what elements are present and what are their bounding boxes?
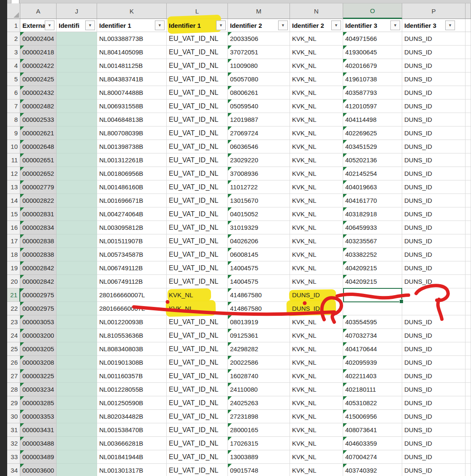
row-header-21[interactable]: 21: [7, 288, 20, 302]
cell-K19[interactable]: NL006749112B: [97, 261, 167, 275]
cell-J1[interactable]: Identifi▼: [57, 19, 97, 32]
cell-N11[interactable]: KVK_NL: [290, 153, 343, 167]
cell-L7[interactable]: EU_VAT_ID_NL: [167, 100, 228, 113]
cell-N28[interactable]: KVK_NL: [290, 383, 343, 396]
row-header-12[interactable]: 12: [7, 167, 20, 180]
cell-A9[interactable]: 000002621: [20, 126, 57, 140]
cell-K28[interactable]: NL001228055B: [97, 383, 167, 396]
cell-N31[interactable]: KVK_NL: [290, 423, 343, 437]
cell-J12[interactable]: [57, 167, 97, 180]
cell-O14[interactable]: 404161770: [343, 194, 402, 207]
cell-K7[interactable]: NL006931558B: [97, 100, 167, 113]
cell-N20[interactable]: KVK_NL: [290, 275, 343, 288]
cell-N33[interactable]: KVK_NL: [290, 450, 343, 464]
cell-J21[interactable]: [57, 288, 97, 302]
cell-M17[interactable]: 04026206: [228, 234, 290, 248]
cell-P6[interactable]: DUNS_ID: [402, 86, 466, 100]
column-header-J[interactable]: J: [57, 3, 97, 19]
column-header-N[interactable]: N: [290, 3, 343, 19]
row-header-20[interactable]: 20: [7, 275, 20, 288]
column-header-O[interactable]: O: [343, 3, 402, 19]
row-header-11[interactable]: 11: [7, 153, 20, 167]
cell-K2[interactable]: NL003388773B: [97, 32, 167, 46]
row-header-27[interactable]: 27: [7, 369, 20, 383]
row-header-29[interactable]: 29: [7, 396, 20, 410]
cell-A21[interactable]: 000002975: [20, 288, 57, 302]
cell-A18[interactable]: 000002838: [20, 248, 57, 261]
cell-P19[interactable]: DUNS_ID: [402, 261, 466, 275]
cell-O28[interactable]: 402180111: [343, 383, 402, 396]
cell-K13[interactable]: NL001486160B: [97, 180, 167, 194]
cell-M23[interactable]: 08013919: [228, 315, 290, 329]
cell-P14[interactable]: DUNS_ID: [402, 194, 466, 207]
cell-P3[interactable]: DUNS_ID: [402, 46, 466, 59]
cell-N1[interactable]: Identifier 2▼: [290, 19, 343, 32]
row-header-25[interactable]: 25: [7, 342, 20, 356]
filter-dropdown-K1[interactable]: ▼: [155, 21, 165, 30]
cell-L19[interactable]: EU_VAT_ID_NL: [167, 261, 228, 275]
cell-A24[interactable]: 000003200: [20, 329, 57, 342]
row-header-18[interactable]: 18: [7, 248, 20, 261]
cell-P31[interactable]: DUNS_ID: [402, 423, 466, 437]
cell-L4[interactable]: EU_VAT_ID_NL: [167, 59, 228, 73]
cell-J23[interactable]: [57, 315, 97, 329]
select-all-corner[interactable]: [7, 3, 20, 19]
cell-A6[interactable]: 000002432: [20, 86, 57, 100]
cell-L23[interactable]: EU_VAT_ID_NL: [167, 315, 228, 329]
row-header-22[interactable]: 22: [7, 302, 20, 315]
row-header-33[interactable]: 33: [7, 450, 20, 464]
column-header-M[interactable]: M: [228, 3, 290, 19]
cell-J24[interactable]: [57, 329, 97, 342]
cell-A14[interactable]: 000002822: [20, 194, 57, 207]
cell-P10[interactable]: DUNS_ID: [402, 140, 466, 153]
fill-handle[interactable]: [399, 299, 403, 304]
cell-P21[interactable]: [402, 288, 466, 302]
cell-K31[interactable]: NL001538470B: [97, 423, 167, 437]
cell-N17[interactable]: KVK_NL: [290, 234, 343, 248]
cell-L13[interactable]: EU_VAT_ID_NL: [167, 180, 228, 194]
cell-K9[interactable]: NL800708039B: [97, 126, 167, 140]
cell-M22[interactable]: 414867580: [228, 302, 290, 315]
cell-N12[interactable]: KVK_NL: [290, 167, 343, 180]
cell-M20[interactable]: 14004575: [228, 275, 290, 288]
cell-A11[interactable]: 000002651: [20, 153, 57, 167]
cell-J2[interactable]: [57, 32, 97, 46]
cell-J8[interactable]: [57, 113, 97, 126]
cell-M19[interactable]: 14004575: [228, 261, 290, 275]
cell-O3[interactable]: 419300645: [343, 46, 402, 59]
row-header-16[interactable]: 16: [7, 221, 20, 234]
row-header-6[interactable]: 6: [7, 86, 20, 100]
row-header-31[interactable]: 31: [7, 423, 20, 437]
cell-A7[interactable]: 000002482: [20, 100, 57, 113]
cell-O23[interactable]: 403554595: [343, 315, 402, 329]
cell-L15[interactable]: EU_VAT_ID_NL: [167, 207, 228, 221]
cell-J6[interactable]: [57, 86, 97, 100]
row-header-15[interactable]: 15: [7, 207, 20, 221]
cell-L11[interactable]: EU_VAT_ID_NL: [167, 153, 228, 167]
cell-N7[interactable]: KVK_NL: [290, 100, 343, 113]
cell-L17[interactable]: EU_VAT_ID_NL: [167, 234, 228, 248]
cell-O32[interactable]: 404603359: [343, 437, 402, 450]
cell-P4[interactable]: DUNS_ID: [402, 59, 466, 73]
cell-N15[interactable]: KVK_NL: [290, 207, 343, 221]
cell-O6[interactable]: 403587793: [343, 86, 402, 100]
cell-J7[interactable]: [57, 100, 97, 113]
cell-K29[interactable]: NL001250590B: [97, 396, 167, 410]
row-header-14[interactable]: 14: [7, 194, 20, 207]
cell-K11[interactable]: NL001312261B: [97, 153, 167, 167]
cell-J31[interactable]: [57, 423, 97, 437]
cell-L20[interactable]: EU_VAT_ID_NL: [167, 275, 228, 288]
cell-P22[interactable]: [402, 302, 466, 315]
cell-L14[interactable]: EU_VAT_ID_NL: [167, 194, 228, 207]
cell-M25[interactable]: 24298282: [228, 342, 290, 356]
cell-N26[interactable]: KVK_NL: [290, 356, 343, 369]
cell-O24[interactable]: 407032734: [343, 329, 402, 342]
cell-O19[interactable]: 404209215: [343, 261, 402, 275]
row-header-34[interactable]: 34: [7, 464, 20, 476]
cell-M16[interactable]: 31019329: [228, 221, 290, 234]
cell-J16[interactable]: [57, 221, 97, 234]
filter-dropdown-N1[interactable]: ▼: [331, 21, 341, 30]
cell-A3[interactable]: 000002418: [20, 46, 57, 59]
filter-dropdown-L1[interactable]: ▼: [216, 21, 226, 30]
cell-M9[interactable]: 27069724: [228, 126, 290, 140]
